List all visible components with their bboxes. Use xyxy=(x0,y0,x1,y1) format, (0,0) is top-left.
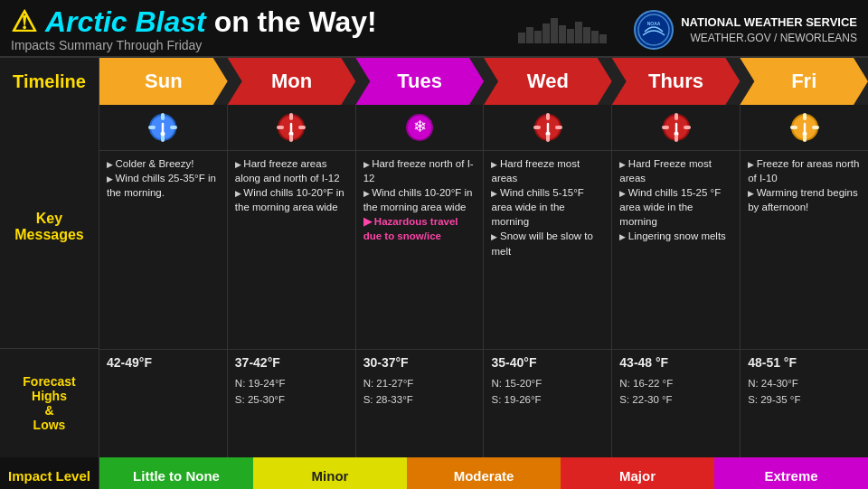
wed-forecast: 35-40°F N: 15-20°F S: 19-26°F xyxy=(484,349,611,457)
day-sun-label: Sun xyxy=(145,70,183,93)
day-arrow-mon: Mon xyxy=(228,58,356,105)
wed-icon xyxy=(484,105,611,150)
fri-high: 48-51 °F xyxy=(748,355,861,370)
svg-rect-14 xyxy=(277,126,284,129)
tues-forecast: 30-37°F N: 21-27°F S: 28-33°F xyxy=(356,349,484,457)
svg-text:❄: ❄ xyxy=(413,118,427,136)
timeline-label: Timeline xyxy=(0,58,99,105)
sun-icon xyxy=(99,105,227,150)
title-rest: on the Way! xyxy=(214,5,377,38)
day-thurs-label: Thurs xyxy=(648,70,703,93)
svg-rect-24 xyxy=(555,126,562,129)
svg-rect-31 xyxy=(684,126,691,129)
thurs-icon xyxy=(612,105,740,150)
fri-low-s: S: 29-35 °F xyxy=(748,391,861,408)
days-container: Colder & Breezy! Wind chills 25-35°F in … xyxy=(99,105,868,457)
svg-rect-13 xyxy=(289,135,293,142)
svg-rect-22 xyxy=(546,135,550,142)
day-arrow-wed: Wed xyxy=(484,58,612,105)
sun-key-messages: Colder & Breezy! Wind chills 25-35°F in … xyxy=(99,150,227,349)
day-col-sun: Colder & Breezy! Wind chills 25-35°F in … xyxy=(99,105,228,457)
svg-rect-12 xyxy=(289,113,293,120)
main-area: Key Messages Forecast Highs & Lows xyxy=(0,105,868,457)
fri-icon xyxy=(741,105,868,150)
timeline-row: Timeline Sun Mon Tues Wed Thurs Fri xyxy=(0,58,868,105)
tues-low-n: N: 21-27°F xyxy=(363,375,476,391)
svg-rect-6 xyxy=(170,126,177,129)
tues-lows: N: 21-27°F S: 28-33°F xyxy=(363,375,476,409)
left-labels: Key Messages Forecast Highs & Lows xyxy=(0,105,99,457)
nws-circle-logo: NOAA xyxy=(634,10,674,50)
svg-rect-5 xyxy=(148,126,156,129)
svg-rect-21 xyxy=(546,113,550,120)
day-col-fri: Freeze for areas north of I-10 Warming t… xyxy=(741,105,868,457)
day-col-tues: ❄ Hard freeze north of I-12 Wind chills … xyxy=(356,105,485,457)
page-wrapper: ⚠ Arctic Blast on the Way! Impacts Summa… xyxy=(0,0,868,489)
warning-icon: ⚠ xyxy=(11,5,45,38)
thurs-low-n: N: 16-22 °F xyxy=(619,375,732,391)
nws-logo: NOAA NATIONAL WEATHER SERVICE WEATHER.GO… xyxy=(518,10,857,50)
day-arrow-tues: Tues xyxy=(355,58,484,105)
header: ⚠ Arctic Blast on the Way! Impacts Summa… xyxy=(0,0,868,58)
tues-high: 30-37°F xyxy=(363,355,476,370)
impact-minor: Minor xyxy=(253,457,407,489)
svg-rect-23 xyxy=(533,126,541,129)
day-col-mon: Hard freeze areas along and north of I-1… xyxy=(228,105,356,457)
subtitle: Impacts Summary Through Friday xyxy=(11,38,377,52)
mon-low-s: S: 25-30°F xyxy=(235,391,348,408)
wed-key-messages: Hard freeze most areas Wind chills 5-15°… xyxy=(484,150,611,349)
sun-high: 42-49°F xyxy=(107,355,220,370)
thurs-high: 43-48 °F xyxy=(619,355,732,370)
thurs-lows: N: 16-22 °F S: 22-30 °F xyxy=(619,375,732,409)
day-col-thurs: Hard Freeze most areas Wind chills 15-25… xyxy=(612,105,741,457)
mon-forecast: 37-42°F N: 19-24°F S: 25-30°F xyxy=(228,349,355,457)
svg-rect-15 xyxy=(298,126,306,129)
mon-lows: N: 19-24°F S: 25-30°F xyxy=(235,375,348,409)
mon-icon xyxy=(228,105,355,150)
thurs-key-messages: Hard Freeze most areas Wind chills 15-25… xyxy=(612,150,740,349)
forecast-label: Forecast Highs & Lows xyxy=(0,349,99,457)
title-block: ⚠ Arctic Blast on the Way! Impacts Summa… xyxy=(11,7,377,52)
nws-title: NATIONAL WEATHER SERVICE xyxy=(681,14,857,31)
impact-extreme: Extreme xyxy=(714,457,868,489)
thurs-forecast: 43-48 °F N: 16-22 °F S: 22-30 °F xyxy=(612,349,740,457)
svg-rect-37 xyxy=(790,126,797,129)
impact-bar: Impact Level Little to None Minor Modera… xyxy=(0,457,868,489)
mon-key-messages: Hard freeze areas along and north of I-1… xyxy=(228,150,355,349)
title-arctic: Arctic Blast xyxy=(45,5,206,38)
impact-little-to-none: Little to None xyxy=(99,457,253,489)
tues-hazard: ▶ Hazardous travel due to snow/ice xyxy=(363,214,476,243)
svg-text:NOAA: NOAA xyxy=(647,21,661,26)
svg-rect-38 xyxy=(812,126,819,129)
fri-key-messages: Freeze for areas north of I-10 Warming t… xyxy=(741,150,868,349)
svg-rect-36 xyxy=(803,135,807,142)
svg-point-0 xyxy=(638,14,669,45)
tues-icon: ❄ xyxy=(356,105,484,150)
tues-key-messages: Hard freeze north of I-12 Wind chills 10… xyxy=(356,150,484,349)
day-arrow-thurs: Thurs xyxy=(612,58,741,105)
tues-low-s: S: 28-33°F xyxy=(363,391,476,408)
fri-low-n: N: 24-30°F xyxy=(748,375,861,391)
svg-rect-3 xyxy=(161,113,165,120)
svg-rect-30 xyxy=(662,126,669,129)
wed-low-s: S: 19-26°F xyxy=(491,391,604,408)
svg-rect-29 xyxy=(675,135,678,142)
day-fri-label: Fri xyxy=(791,70,816,93)
impact-major: Major xyxy=(561,457,714,489)
day-tues-label: Tues xyxy=(397,70,442,93)
mon-low-n: N: 19-24°F xyxy=(235,375,348,391)
day-arrow-sun: Sun xyxy=(99,58,228,105)
main-title: ⚠ Arctic Blast on the Way! xyxy=(11,7,377,36)
day-wed-label: Wed xyxy=(527,70,569,93)
svg-point-8 xyxy=(161,132,165,136)
wed-lows: N: 15-20°F S: 19-26°F xyxy=(491,375,604,409)
nws-website: WEATHER.GOV / NEWORLEANS xyxy=(681,31,857,46)
wed-high: 35-40°F xyxy=(491,355,604,370)
mon-high: 37-42°F xyxy=(235,355,348,370)
fri-forecast: 48-51 °F N: 24-30°F S: 29-35 °F xyxy=(741,349,868,457)
svg-rect-28 xyxy=(675,113,678,120)
fri-lows: N: 24-30°F S: 29-35 °F xyxy=(748,375,861,409)
city-skyline xyxy=(518,16,627,43)
thurs-low-s: S: 22-30 °F xyxy=(619,391,732,408)
wed-low-n: N: 15-20°F xyxy=(491,375,604,391)
